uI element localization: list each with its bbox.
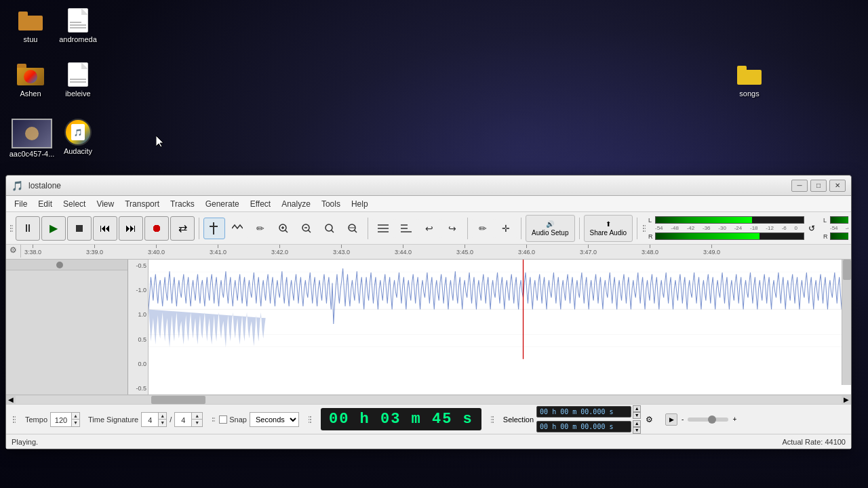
- sel-start-up[interactable]: ▲: [633, 405, 641, 412]
- time-sig-den-down[interactable]: ▼: [192, 420, 202, 426]
- close-button[interactable]: ✕: [829, 180, 846, 192]
- share-audio-button[interactable]: ⬆ Share Audio: [584, 215, 633, 242]
- zoom-in-tool[interactable]: [273, 218, 294, 239]
- stop-button[interactable]: ⏹: [67, 216, 92, 241]
- time-sig-num-group: 4 ▲ ▼: [141, 412, 167, 427]
- desktop-icon-songs[interactable]: songs: [726, 61, 773, 98]
- selection-tool[interactable]: [203, 218, 225, 239]
- audio-setup-icon: 🔊: [546, 220, 554, 228]
- seconds-select[interactable]: Seconds: [250, 412, 299, 427]
- selection-end-input[interactable]: 00 h 00 m 00.000 s: [536, 421, 631, 432]
- snap-checkbox[interactable]: [219, 415, 227, 424]
- desktop-icon-andromeda[interactable]: andromeda: [54, 7, 102, 43]
- menu-effect[interactable]: Effect: [245, 198, 276, 210]
- ruler-marks: 3:38.0 3:39.0 3:40.0 3:41.0 3:42.0 3:43.…: [21, 245, 851, 258]
- menu-help[interactable]: Help: [346, 198, 374, 210]
- scroll-right-button[interactable]: ▶: [842, 395, 851, 405]
- ruler-settings[interactable]: ⚙: [6, 245, 21, 258]
- menu-file[interactable]: File: [9, 198, 33, 210]
- menu-edit[interactable]: Edit: [33, 198, 58, 210]
- multitool[interactable]: ✏: [472, 218, 494, 239]
- horizontal-scrollbar[interactable]: ◀ ▶: [6, 394, 851, 404]
- playback-rate-slider[interactable]: [688, 418, 728, 422]
- audio-setup-button[interactable]: 🔊 Audio Setup: [526, 215, 575, 242]
- loop-button[interactable]: ⇄: [170, 216, 195, 241]
- vu-out-r-row: R: [823, 232, 848, 240]
- menu-transport[interactable]: Transport: [119, 198, 165, 210]
- selection-start-row: 00 h 00 m 00.000 s ▲ ▼: [536, 405, 641, 419]
- waveform-container: -0.5 -1.0 1.0 0.5 0.0 -0.5: [128, 260, 851, 394]
- time-sig-denominator[interactable]: 4: [175, 413, 191, 426]
- desktop-icon-aac[interactable]: aac0c457-4...: [5, 119, 58, 158]
- zoom-fit-tool[interactable]: [319, 218, 340, 239]
- play-at-speed-button[interactable]: ▶: [665, 413, 677, 426]
- ruler-mark-10: 3:48.0: [642, 245, 658, 256]
- selection-start-value: 00 h 00 m 00.000 s: [540, 408, 613, 415]
- redo-tool[interactable]: ↪: [441, 218, 463, 239]
- envelope-tool[interactable]: [226, 218, 248, 239]
- track-position-handle[interactable]: [56, 262, 63, 268]
- draw-tool[interactable]: ✏: [250, 218, 271, 239]
- desktop-icon-ashen[interactable]: Ashen: [7, 61, 54, 98]
- menu-view[interactable]: View: [91, 198, 119, 210]
- rate-plus-label: +: [732, 415, 736, 423]
- menu-analyze[interactable]: Analyze: [276, 198, 316, 210]
- desktop-icon-ibeleive[interactable]: ibeleive: [54, 61, 102, 98]
- play-button[interactable]: ▶: [41, 216, 66, 241]
- forward-button[interactable]: ⏭: [119, 216, 143, 241]
- pause-button[interactable]: ⏸: [16, 216, 40, 241]
- snap-drag-handle: [211, 418, 216, 422]
- desktop-icon-songs-label: songs: [739, 89, 759, 98]
- menu-tools[interactable]: Tools: [316, 198, 346, 210]
- time-sig-numerator[interactable]: 4: [142, 413, 158, 426]
- selection-settings-icon[interactable]: ⚙: [644, 414, 654, 425]
- bottom-toolbar: Tempo 120 ▲ ▼ Time Signature 4 ▲ ▼: [6, 404, 851, 434]
- track-content[interactable]: -0.5 -1.0 1.0 0.5 0.0 -0.5: [128, 260, 851, 394]
- track-vertical-scrollbar[interactable]: [842, 260, 851, 385]
- menu-tracks[interactable]: Tracks: [165, 198, 200, 210]
- sel-start-down[interactable]: ▼: [633, 412, 641, 419]
- scale-label-4: 0.5: [130, 336, 146, 343]
- menu-select[interactable]: Select: [58, 198, 91, 210]
- ruler-mark-9: 3:47.0: [580, 245, 597, 256]
- selection-end-spinners: ▲ ▼: [633, 420, 641, 434]
- time-sig-num-down[interactable]: ▼: [159, 420, 166, 426]
- time-display-drag-handle: [307, 416, 313, 423]
- zoom-out-tool[interactable]: [296, 218, 317, 239]
- scroll-thumb[interactable]: [151, 396, 205, 404]
- tempo-down[interactable]: ▼: [72, 420, 79, 426]
- tempo-up[interactable]: ▲: [72, 413, 79, 420]
- desktop-icon-stuu[interactable]: stuu: [7, 7, 54, 43]
- input-vu-meter: L -54-48-42-36-30-24-18-12-60 R: [648, 215, 804, 242]
- scroll-left-button[interactable]: ◀: [6, 395, 16, 405]
- vu-out-l-label: L: [823, 217, 829, 224]
- vu-out-l-row: L: [823, 216, 848, 224]
- time-sig-den-up[interactable]: ▲: [192, 413, 202, 420]
- time-sig-num-up[interactable]: ▲: [159, 413, 166, 420]
- extra-tool[interactable]: ✛: [495, 218, 517, 239]
- maximize-button[interactable]: □: [810, 180, 827, 192]
- zoom-sel-tool[interactable]: [342, 218, 363, 239]
- tempo-value[interactable]: 120: [51, 413, 71, 426]
- menu-generate[interactable]: Generate: [200, 198, 245, 210]
- vu-l-row: L: [648, 216, 804, 224]
- vertical-scroll-thumb[interactable]: [843, 260, 851, 280]
- minimize-button[interactable]: ─: [791, 180, 808, 192]
- vu-reset-button[interactable]: ↺: [808, 222, 815, 235]
- sel-end-up[interactable]: ▲: [633, 420, 641, 427]
- selection-start-input[interactable]: 00 h 00 m 00.000 s: [536, 406, 631, 418]
- playback-rate-thumb[interactable]: [708, 415, 716, 424]
- cut-tool[interactable]: [372, 218, 394, 239]
- undo-tool[interactable]: ↩: [418, 218, 440, 239]
- scale-label-3: 1.0: [130, 311, 146, 318]
- share-audio-icon: ⬆: [606, 220, 611, 228]
- desktop-icon-audacity-label: Audacity: [64, 147, 92, 155]
- rewind-button[interactable]: ⏮: [93, 216, 117, 241]
- sel-end-down[interactable]: ▼: [633, 427, 641, 434]
- desktop-icon-audacity[interactable]: 🎵 Audacity: [54, 119, 102, 155]
- svg-line-4: [285, 230, 288, 232]
- selection-section: Selection 00 h 00 m 00.000 s ▲ ▼ 00 h: [503, 405, 654, 434]
- record-button[interactable]: ⏺: [144, 216, 169, 241]
- rate-minus-label: -: [682, 415, 684, 423]
- paste-tool[interactable]: [395, 218, 417, 239]
